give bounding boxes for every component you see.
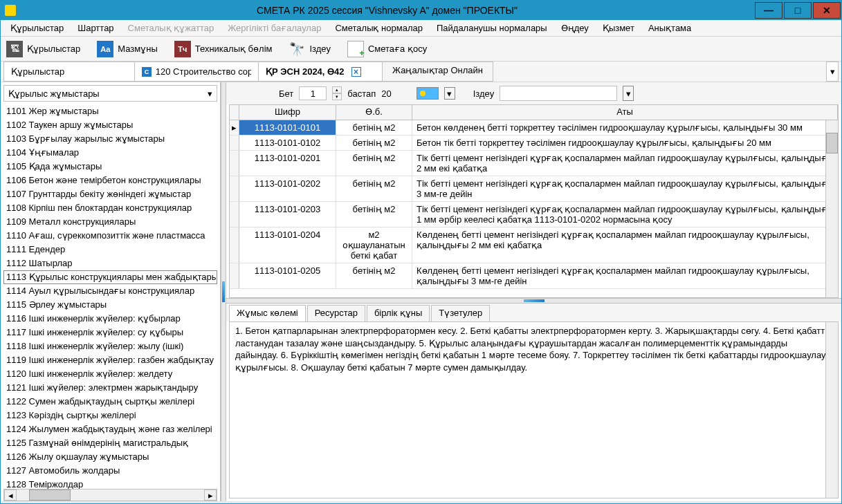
tab-doc-120-label: 120 Строительство сор: [156, 66, 251, 77]
tree-item[interactable]: 1109 Металл конструкциялары: [3, 215, 217, 229]
tab-buildings[interactable]: Құрылыстар: [3, 62, 135, 82]
tab-esn-label: ҚР ЭСН 2024, Ө42: [266, 66, 345, 77]
tab-buildings-label: Құрылыстар: [11, 66, 64, 77]
tool-buildings[interactable]: 🏗Құрылыстар: [6, 41, 80, 57]
page-of-label: бастап: [347, 88, 376, 99]
col-unit[interactable]: Ө.б.: [336, 105, 412, 120]
tree-item[interactable]: 1103 Бұрғылау жарылыс жұмыстары: [3, 132, 217, 146]
menu-7[interactable]: Қызмет: [596, 21, 641, 35]
scroll-right-icon[interactable]: ▸: [204, 489, 217, 501]
table-row[interactable]: 1113-0101-0203бетінің м2Тік бетті цемент…: [230, 202, 838, 227]
menu-2: Сметалық құжаттар: [121, 21, 221, 35]
category-combo[interactable]: Құрылыс жұмыстары ▾: [3, 85, 217, 102]
detail-text: 1. Бетон қатпарларынан электрперфораторм…: [235, 326, 832, 373]
tree-item[interactable]: 1114 Ауыл құрылысындағы конструкциялар: [3, 284, 217, 298]
detail-tab-3[interactable]: Түзетулер: [431, 305, 490, 321]
table-header: Шифр Ө.б. Аты: [230, 105, 838, 120]
table-vscroll[interactable]: [825, 120, 838, 297]
maximize-button[interactable]: □: [784, 2, 812, 19]
table-row[interactable]: 1113-0101-0102бетінің м2Бетон тік бетті …: [230, 136, 838, 151]
page-input[interactable]: [299, 86, 327, 100]
flag-dropdown[interactable]: ▾: [444, 87, 455, 100]
doc-icon: C: [142, 67, 152, 77]
scroll-thumb[interactable]: [29, 489, 71, 501]
tool-tech[interactable]: ТчТехникалық бөлім: [174, 41, 273, 57]
table-body[interactable]: ▸1113-0101-0101бетінің м2Бетон көлденең …: [230, 120, 838, 297]
detail-tab-2[interactable]: бірлік құны: [367, 305, 430, 321]
menu-1[interactable]: Шарттар: [71, 21, 120, 35]
tree-item[interactable]: 1113 Құрылыс конструкциялары мен жабдықт…: [3, 270, 217, 284]
detail-vscroll[interactable]: [825, 322, 838, 498]
tree-item[interactable]: 1108 Кірпіш пен блоктардан конструкцияла…: [3, 201, 217, 215]
tree-item[interactable]: 1127 Автомобиль жолдары: [3, 464, 217, 478]
tree-item[interactable]: 1123 Кәріздің сыртқы желілері: [3, 409, 217, 422]
tree-item[interactable]: 1104 Ұңғымалар: [3, 146, 217, 160]
menu-bar: ҚұрылыстарШарттарСметалық құжаттарЖергіл…: [1, 20, 841, 37]
vertical-splitter[interactable]: [221, 82, 226, 501]
tabs-dropdown[interactable]: ▾: [826, 62, 839, 82]
tree-item[interactable]: 1121 Ішкі жүйелер: электрмен жарықтандыр…: [3, 381, 217, 395]
detail-tab-0[interactable]: Жұмыс көлемі: [229, 305, 306, 321]
table-row[interactable]: 1113-0101-0201бетінің м2Тік бетті цемент…: [230, 151, 838, 176]
close-button[interactable]: ✕: [813, 2, 841, 19]
minimize-button[interactable]: —: [755, 2, 782, 19]
tool-search[interactable]: 🔭Іздеу: [289, 41, 330, 57]
col-code[interactable]: Шифр: [239, 105, 336, 120]
norms-table: Шифр Ө.б. Аты ▸1113-0101-0101бетінің м2Б…: [229, 104, 839, 298]
flag-icon[interactable]: [417, 87, 439, 100]
tab-news[interactable]: Жаңалықтар Онлайн: [382, 62, 493, 82]
tree-item[interactable]: 1110 Ағаш, сүреккомпозиттік және пластма…: [3, 229, 217, 243]
tab-doc-120[interactable]: C120 Строительство сор: [134, 62, 259, 82]
window-title: СМЕТА РК 2025 сессия "Vishnevsky A" доме…: [20, 5, 754, 16]
page-bar: Бет ▴▾ бастап 20 ▾ Іздеу ▾: [226, 82, 841, 104]
tree-item[interactable]: 1126 Жылу оқшаулау жұмыстары: [3, 450, 217, 464]
tool-content[interactable]: AaМазмұны: [97, 41, 157, 57]
tree-item[interactable]: 1117 Ішкі инженерлік жүйелер: су құбыры: [3, 326, 217, 339]
h-scrollbar[interactable]: ◂ ▸: [3, 489, 217, 501]
tool-add[interactable]: Сметаға қосу: [347, 41, 427, 57]
tree-item[interactable]: 1106 Бетон және темірбетон конструкцияла…: [3, 174, 217, 187]
tree-item[interactable]: 1128 Теміржолдар: [3, 478, 217, 489]
detail-tab-1[interactable]: Ресурстар: [307, 305, 365, 321]
tool-add-label: Сметаға қосу: [368, 44, 427, 54]
page-spinner[interactable]: ▴▾: [332, 86, 342, 100]
menu-3: Жергілікті бағалаулар: [221, 21, 328, 35]
horizontal-splitter[interactable]: [226, 298, 841, 304]
tree-item[interactable]: 1112 Шатырлар: [3, 256, 217, 270]
table-row[interactable]: 1113-0101-0205бетінің м2Көлденең бетті ц…: [230, 263, 838, 289]
category-tree[interactable]: 1101 Жер жұмыстары1102 Таукен аршу жұмыс…: [3, 104, 217, 489]
spin-up-icon[interactable]: ▴: [332, 86, 342, 93]
tree-item[interactable]: 1101 Жер жұмыстары: [3, 104, 217, 118]
buildings-icon: 🏗: [6, 41, 23, 57]
tree-item[interactable]: 1124 Жылумен жабдықтаудың және газ желіл…: [3, 422, 217, 436]
tree-item[interactable]: 1116 Ішкі инженерлік жүйелер: құбырлар: [3, 312, 217, 326]
search-dropdown[interactable]: ▾: [623, 86, 634, 101]
col-name[interactable]: Аты: [412, 105, 838, 120]
tree-item[interactable]: 1120 Ішкі инженерлік жүйелер: желдету: [3, 367, 217, 381]
menu-5[interactable]: Пайдаланушы нормалары: [430, 21, 554, 35]
menu-0[interactable]: Құрылыстар: [3, 21, 71, 35]
tree-item[interactable]: 1115 Әрлеу жұмыстары: [3, 298, 217, 312]
tree-item[interactable]: 1105 Қада жұмыстары: [3, 160, 217, 174]
tree-item[interactable]: 1118 Ішкі инженерлік жүйелер: жылу (ішкі…: [3, 339, 217, 353]
page-label: Бет: [279, 88, 293, 99]
binoculars-icon: 🔭: [289, 41, 305, 57]
tree-item[interactable]: 1125 Газмұнай өнімдерінің магистральдық: [3, 436, 217, 450]
table-row[interactable]: 1113-0101-0204м2 оқшауланатын беткі қаба…: [230, 227, 838, 263]
tree-item[interactable]: 1102 Таукен аршу жұмыстары: [3, 118, 217, 132]
page-search-input[interactable]: [500, 86, 617, 101]
scroll-left-icon[interactable]: ◂: [4, 489, 17, 501]
tree-item[interactable]: 1122 Сумен жабдықтаудың сыртқы желілері: [3, 395, 217, 409]
menu-4[interactable]: Сметалық нормалар: [328, 21, 430, 35]
spin-down-icon[interactable]: ▾: [332, 93, 342, 100]
menu-6[interactable]: Өңдеу: [554, 21, 596, 35]
tree-item[interactable]: 1111 Едендер: [3, 243, 217, 256]
tree-item[interactable]: 1107 Грунттарды бекіту жөніндегі жұмыста…: [3, 187, 217, 201]
table-row[interactable]: 1113-0101-0202бетінің м2Тік бетті цемент…: [230, 176, 838, 202]
tree-item[interactable]: 1119 Ішкі инженерлік жүйелер: газбен жаб…: [3, 353, 217, 367]
menu-8[interactable]: Анықтама: [641, 21, 698, 35]
tab-close-icon[interactable]: ×: [351, 67, 361, 77]
page-total: 20: [381, 88, 391, 99]
tab-esn[interactable]: ҚР ЭСН 2024, Ө42×: [258, 62, 383, 82]
table-row[interactable]: ▸1113-0101-0101бетінің м2Бетон көлденең …: [230, 120, 838, 136]
